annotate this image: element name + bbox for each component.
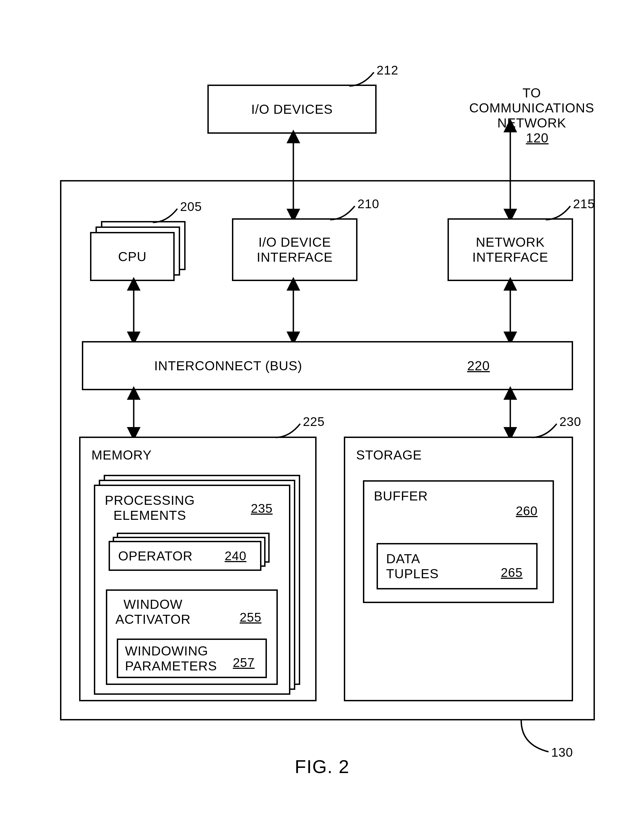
comm-network-lines: TO COMMUNICATIONS NETWORK [469, 85, 594, 131]
arrow-bus-memory [128, 390, 139, 437]
tuples-box: DATA TUPLES 265 [376, 543, 538, 589]
ref-260: 260 [516, 503, 538, 518]
bus-box: INTERCONNECT (BUS) 220 [82, 341, 573, 390]
net-iface-box: NETWORK INTERFACE [447, 218, 573, 281]
ref-230: 230 [559, 414, 581, 429]
operator-title: OPERATOR [118, 548, 193, 564]
ref-205: 205 [180, 199, 202, 214]
ref-240: 240 [225, 548, 246, 563]
ref-210: 210 [357, 197, 379, 211]
arrow-comm-network-iface [505, 123, 516, 218]
winparams-box: WINDOWING PARAMETERS 257 [117, 638, 267, 678]
cpu-box: CPU [90, 232, 175, 281]
arrow-netiface-bus [505, 281, 516, 341]
ref-225: 225 [303, 414, 325, 429]
ref-212: 212 [376, 63, 398, 77]
winact-title: WINDOW ACTIVATOR [115, 597, 191, 627]
figure-caption: FIG. 2 [295, 756, 350, 777]
winparams-title: WINDOWING PARAMETERS [125, 643, 217, 673]
ref-265: 265 [501, 565, 523, 580]
memory-title: MEMORY [91, 448, 152, 463]
ref-120: 120 [526, 131, 548, 145]
buffer-title: BUFFER [374, 489, 428, 503]
ref-220: 220 [467, 358, 490, 373]
ref-257: 257 [233, 655, 255, 670]
comm-network-text: TO COMMUNICATIONS NETWORK 120 [439, 70, 609, 161]
operator-box: OPERATOR 240 [109, 541, 261, 571]
io-iface-box: I/O DEVICE INTERFACE [232, 218, 357, 281]
diagram-canvas: I/O DEVICES 212 TO COMMUNICATIONS NETWOR… [0, 0, 644, 829]
arrow-ioiface-bus [288, 281, 299, 341]
ref-215: 215 [573, 197, 595, 211]
storage-title: STORAGE [356, 448, 422, 463]
ref-255: 255 [239, 610, 261, 625]
cpu-label: CPU [113, 247, 152, 266]
arrow-io-devices-iface [288, 134, 299, 218]
pe-title: PROCESSING ELEMENTS [105, 493, 195, 523]
io-devices-label: I/O DEVICES [246, 100, 338, 118]
ref-235: 235 [251, 501, 272, 516]
arrow-cpu-bus [128, 281, 139, 341]
net-iface-label: NETWORK INTERFACE [467, 233, 554, 266]
bus-label: INTERCONNECT (BUS) [154, 358, 302, 373]
tuples-title: DATA TUPLES [386, 551, 439, 581]
io-iface-label: I/O DEVICE INTERFACE [251, 233, 338, 266]
ref-130: 130 [551, 745, 573, 760]
arrow-bus-storage [505, 390, 516, 437]
io-devices-box: I/O DEVICES [207, 85, 376, 134]
